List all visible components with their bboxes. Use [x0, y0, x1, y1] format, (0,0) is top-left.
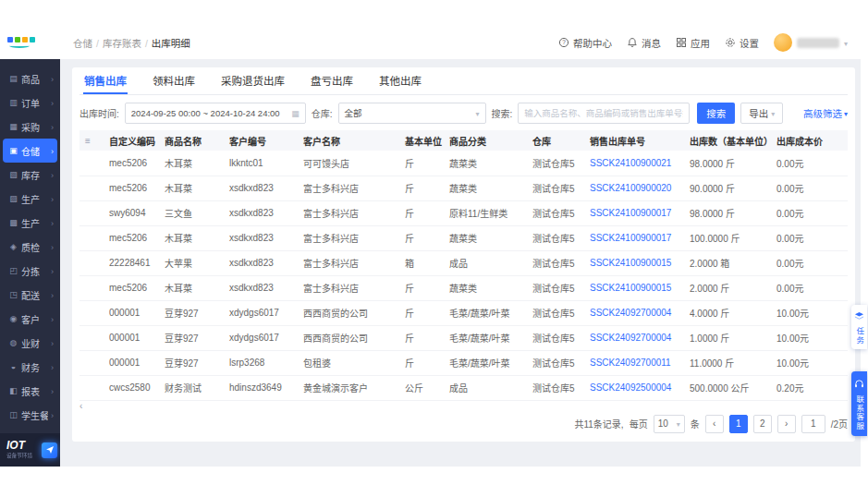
cell-product-name: 木耳菜 — [159, 176, 224, 200]
messages-button[interactable]: 消息 — [627, 36, 661, 50]
chevron-right-icon — [51, 146, 54, 156]
export-button[interactable]: 导出 — [740, 103, 783, 124]
chevron-right-icon — [51, 266, 54, 276]
tab[interactable]: 盘亏出库 — [310, 67, 354, 94]
warehouse-filter-label: 仓库: — [312, 106, 333, 120]
tab-bar: 销售出库领料出库采购退货出库盘亏出库其他出库 — [79, 67, 848, 95]
table-row: mec5206 木耳菜 xsdkxd823 富士多科兴店 斤 蔬菜类 测试仓库5… — [79, 225, 848, 250]
sidebar-item[interactable]: ◫ 学生餐 — [3, 403, 57, 427]
sidebar-item-label: 商品 — [21, 72, 48, 86]
warehouse-select[interactable]: 全部 — [338, 103, 486, 124]
cell-order-number-link[interactable]: SSCK24092500004 — [584, 375, 684, 400]
tasks-float-button[interactable]: 任务 — [851, 305, 867, 349]
sidebar-item[interactable]: ▥ 订单 — [3, 91, 57, 115]
cell-custom-code: 000001 — [104, 325, 159, 350]
cell-outbound-qty: 98.0000 斤 — [684, 200, 771, 225]
breadcrumb-item[interactable]: 仓储 — [73, 36, 99, 50]
logo-squares-icon — [7, 37, 60, 42]
sidebar-item[interactable]: ◒ 财务 — [3, 355, 57, 379]
page-number-button[interactable]: 1 — [729, 415, 748, 433]
cell-customer-code: xsdkxd823 — [224, 225, 298, 250]
chevron-right-icon — [51, 170, 54, 180]
sidebar-item[interactable]: ▩ 生产 — [3, 211, 57, 235]
cell-product-name: 豆芽927 — [159, 350, 224, 375]
sidebar-item[interactable]: ◳ 配送 — [3, 283, 57, 307]
table-row: 000001 豆芽927 lsrp3268 包租婆 斤 毛菜/蔬菜/叶菜 测试仓… — [79, 350, 848, 375]
cell-warehouse: 测试仓库5 — [527, 375, 584, 400]
sidebar-item-label: 质检 — [21, 240, 48, 254]
sidebar-item[interactable]: ▦ 采购 — [3, 115, 57, 139]
cell-customer-name: 黄金城演示客户 — [298, 375, 399, 400]
breadcrumb: 仓储库存账表出库明细 — [73, 36, 190, 50]
horizontal-scrollbar — [79, 401, 848, 409]
advanced-filter-link[interactable]: 高级筛选 — [803, 106, 848, 120]
search-input[interactable] — [518, 103, 690, 124]
cell-order-number-link[interactable]: SSCK24100900015 — [584, 275, 684, 300]
sidebar-item-icon: ◍ — [8, 338, 18, 347]
cell-order-number-link[interactable]: SSCK24100900017 — [584, 225, 684, 250]
cell-outbound-qty: 2.0000 斤 — [684, 275, 771, 300]
cell-cost-price: 0.00元 — [771, 225, 848, 250]
cell-cost-price: 0.00元 — [771, 176, 848, 200]
sidebar-item-icon: ▩ — [8, 218, 18, 227]
row-leading-cell — [79, 375, 104, 400]
table-row: cwcs2580 财务测试 hdinszd3649 黄金城演示客户 公斤 成品 … — [79, 375, 848, 400]
page-number-button[interactable]: 2 — [753, 415, 772, 433]
cell-order-number-link[interactable]: SSCK24100900015 — [584, 250, 684, 275]
tab[interactable]: 领料出库 — [152, 67, 196, 94]
cell-order-number-link[interactable]: SSCK24100900017 — [584, 200, 684, 225]
cell-order-number-link[interactable]: SSCK24100900020 — [584, 176, 684, 200]
prev-page-button[interactable] — [705, 415, 724, 433]
per-page-unit: 条 — [691, 417, 700, 430]
cell-order-number-link[interactable]: SSCK24100900021 — [584, 151, 684, 176]
settings-button[interactable]: 设置 — [725, 36, 759, 50]
sidebar-item[interactable]: ◧ 报表 — [3, 379, 57, 403]
sidebar-item-label: 客户 — [21, 312, 48, 326]
apps-button[interactable]: 应用 — [676, 36, 710, 50]
table-header: 自定义编码商品名称客户编号客户名称基本单位商品分类仓库销售出库单号出库数（基本单… — [79, 130, 848, 151]
cell-outbound-qty: 100.0000 斤 — [684, 225, 771, 250]
sidebar-item[interactable]: ▣ 仓储 — [3, 139, 57, 163]
user-menu[interactable] — [774, 33, 848, 52]
sidebar-item[interactable]: ▨ 生产 — [3, 187, 57, 211]
table-row: 000001 豆芽927 xdydgs6017 西西商贸的公司 斤 毛菜/蔬菜/… — [79, 325, 848, 350]
cell-order-number-link[interactable]: SSCK24092700011 — [584, 350, 684, 375]
tab[interactable]: 其他出库 — [378, 67, 422, 94]
next-page-button[interactable] — [777, 415, 796, 433]
cell-category: 蔬菜类 — [444, 225, 527, 250]
page-jump-input[interactable]: 1 — [801, 415, 825, 433]
cell-category: 毛菜/蔬菜/叶菜 — [444, 300, 527, 325]
sidebar-item[interactable]: ◈ 质检 — [3, 235, 57, 259]
search-button[interactable]: 搜索 — [697, 103, 735, 124]
breadcrumb-item[interactable]: 出库明细 — [152, 36, 190, 50]
help-center-button[interactable]: ? 帮助中心 — [558, 36, 612, 50]
row-leading-cell — [79, 250, 104, 275]
tab[interactable]: 销售出库 — [83, 67, 128, 94]
sidebar-item[interactable]: ▤ 商品 — [3, 67, 57, 91]
sidebar-item[interactable]: ◰ 分拣 — [3, 259, 57, 283]
column-header: 自定义编码 — [104, 130, 159, 151]
cell-base-unit: 斤 — [399, 151, 444, 176]
chevron-right-icon — [51, 242, 54, 252]
warehouse-selected-value: 全部 — [345, 106, 362, 119]
messages-label: 消息 — [642, 36, 661, 50]
date-range-input[interactable]: 2024-09-25 00:00 ~ 2024-10-24 24:00 — [125, 103, 306, 124]
column-header: 商品分类 — [444, 130, 527, 151]
cell-cost-price: 0.00元 — [771, 250, 848, 275]
contact-support-button[interactable]: 联系客服 — [851, 371, 867, 436]
tab[interactable]: 采购退货出库 — [220, 67, 286, 94]
column-settings-icon[interactable] — [85, 136, 91, 146]
sidebar-item[interactable]: ▧ 库存 — [3, 163, 57, 187]
per-page-select[interactable]: 10 — [654, 415, 685, 433]
cell-custom-code: 000001 — [104, 300, 159, 325]
sidebar-item[interactable]: ◍ 业财 — [3, 331, 57, 355]
breadcrumb-item[interactable]: 库存账表 — [103, 36, 148, 50]
content-card: 销售出库领料出库采购退货出库盘亏出库其他出库 出库时间: 2024-09-25 … — [72, 67, 855, 442]
scroll-left-arrow[interactable] — [79, 396, 82, 413]
sidebar-item[interactable]: ◉ 客户 — [3, 307, 57, 331]
cell-order-number-link[interactable]: SSCK24092700004 — [584, 300, 684, 325]
sidebar-item-label: 仓储 — [21, 144, 48, 158]
total-pages-label: /2页 — [831, 417, 848, 430]
cell-warehouse: 测试仓库5 — [527, 151, 584, 176]
cell-order-number-link[interactable]: SSCK24092700004 — [584, 325, 684, 350]
